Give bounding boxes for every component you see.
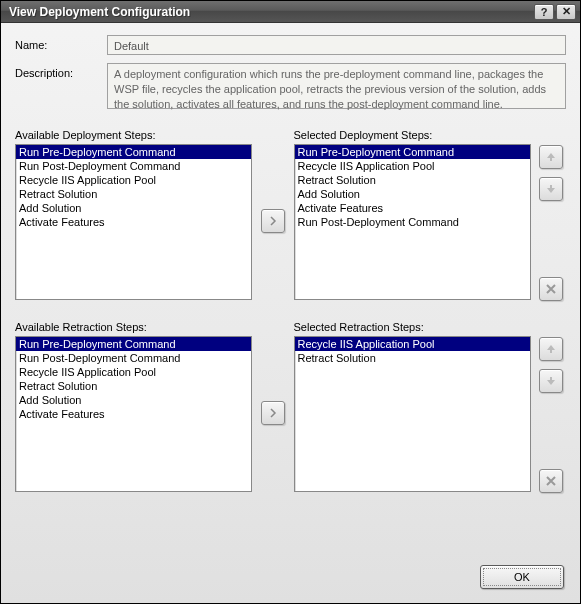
list-item[interactable]: Run Post-Deployment Command xyxy=(16,159,251,173)
retract-order-col xyxy=(537,321,566,493)
list-item[interactable]: Add Solution xyxy=(16,201,251,215)
x-icon xyxy=(546,284,556,294)
window-title: View Deployment Configuration xyxy=(9,5,532,19)
list-item[interactable]: Retract Solution xyxy=(16,379,251,393)
list-item[interactable]: Retract Solution xyxy=(16,187,251,201)
arrow-up-icon xyxy=(546,344,556,354)
chevron-right-icon xyxy=(268,216,278,226)
retract-move-up-button[interactable] xyxy=(539,337,563,361)
list-item[interactable]: Run Pre-Deployment Command xyxy=(16,337,251,351)
selected-deploy-label: Selected Deployment Steps: xyxy=(294,129,531,141)
dialog-buttons: OK xyxy=(480,565,564,589)
list-item[interactable]: Run Pre-Deployment Command xyxy=(16,145,251,159)
deploy-move-col xyxy=(258,129,287,299)
selected-retract-label: Selected Retraction Steps: xyxy=(294,321,531,333)
list-item[interactable]: Retract Solution xyxy=(295,351,530,365)
list-item[interactable]: Run Post-Deployment Command xyxy=(295,215,530,229)
chevron-right-icon xyxy=(268,408,278,418)
x-icon xyxy=(546,476,556,486)
retraction-section: Available Retraction Steps: Run Pre-Depl… xyxy=(15,321,566,493)
list-item[interactable]: Retract Solution xyxy=(295,173,530,187)
ok-button[interactable]: OK xyxy=(480,565,564,589)
list-item[interactable]: Run Post-Deployment Command xyxy=(16,351,251,365)
arrow-up-icon xyxy=(546,152,556,162)
selected-deploy-col: Selected Deployment Steps: Run Pre-Deplo… xyxy=(294,129,531,300)
list-item[interactable]: Activate Features xyxy=(16,407,251,421)
selected-retract-list[interactable]: Recycle IIS Application PoolRetract Solu… xyxy=(294,336,531,492)
available-deploy-col: Available Deployment Steps: Run Pre-Depl… xyxy=(15,129,252,300)
selected-retract-col: Selected Retraction Steps: Recycle IIS A… xyxy=(294,321,531,492)
description-label: Description: xyxy=(15,63,107,79)
list-item[interactable]: Recycle IIS Application Pool xyxy=(16,173,251,187)
deployment-section: Available Deployment Steps: Run Pre-Depl… xyxy=(15,129,566,301)
dialog-content: Name: Default Description: A deployment … xyxy=(1,23,580,603)
retract-add-button[interactable] xyxy=(261,401,285,425)
retract-move-down-button[interactable] xyxy=(539,369,563,393)
list-item[interactable]: Activate Features xyxy=(16,215,251,229)
deploy-move-up-button[interactable] xyxy=(539,145,563,169)
title-bar: View Deployment Configuration ? ✕ xyxy=(1,1,580,23)
selected-deploy-list[interactable]: Run Pre-Deployment CommandRecycle IIS Ap… xyxy=(294,144,531,300)
deploy-order-col xyxy=(537,129,566,301)
list-item[interactable]: Recycle IIS Application Pool xyxy=(295,337,530,351)
deploy-remove-button[interactable] xyxy=(539,277,563,301)
available-retract-list[interactable]: Run Pre-Deployment CommandRun Post-Deplo… xyxy=(15,336,252,492)
available-retract-col: Available Retraction Steps: Run Pre-Depl… xyxy=(15,321,252,492)
retract-remove-button[interactable] xyxy=(539,469,563,493)
available-deploy-label: Available Deployment Steps: xyxy=(15,129,252,141)
available-retract-label: Available Retraction Steps: xyxy=(15,321,252,333)
help-icon: ? xyxy=(541,6,548,18)
deploy-move-down-button[interactable] xyxy=(539,177,563,201)
close-icon: ✕ xyxy=(562,5,571,18)
help-button[interactable]: ? xyxy=(534,4,554,20)
list-item[interactable]: Activate Features xyxy=(295,201,530,215)
name-row: Name: Default xyxy=(15,35,566,55)
arrow-down-icon xyxy=(546,376,556,386)
list-item[interactable]: Recycle IIS Application Pool xyxy=(295,159,530,173)
arrow-down-icon xyxy=(546,184,556,194)
list-item[interactable]: Run Pre-Deployment Command xyxy=(295,145,530,159)
deploy-add-button[interactable] xyxy=(261,209,285,233)
name-label: Name: xyxy=(15,35,107,51)
description-row: Description: A deployment configuration … xyxy=(15,63,566,109)
list-item[interactable]: Add Solution xyxy=(295,187,530,201)
list-item[interactable]: Recycle IIS Application Pool xyxy=(16,365,251,379)
close-button[interactable]: ✕ xyxy=(556,4,576,20)
dialog-window: View Deployment Configuration ? ✕ Name: … xyxy=(0,0,581,604)
ok-button-label: OK xyxy=(514,571,530,583)
available-deploy-list[interactable]: Run Pre-Deployment CommandRun Post-Deplo… xyxy=(15,144,252,300)
retract-move-col xyxy=(258,321,287,491)
list-item[interactable]: Add Solution xyxy=(16,393,251,407)
name-field[interactable]: Default xyxy=(107,35,566,55)
description-field[interactable]: A deployment configuration which runs th… xyxy=(107,63,566,109)
